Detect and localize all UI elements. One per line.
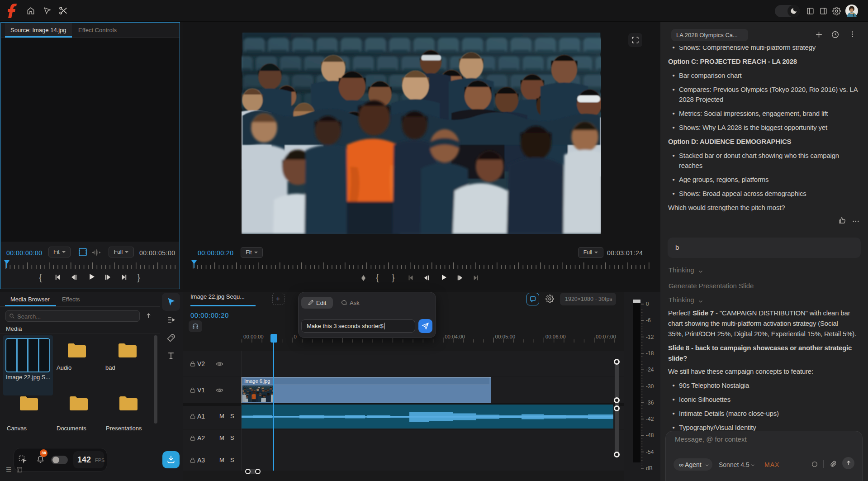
svg-text:-42: -42 bbox=[646, 416, 654, 422]
svg-text:00:04:00: 00:04:00 bbox=[445, 334, 465, 339]
svg-text:-18: -18 bbox=[646, 350, 654, 357]
svg-text:dB: dB bbox=[646, 465, 653, 471]
svg-text:-36: -36 bbox=[646, 400, 654, 406]
svg-text:00:05:00: 00:05:00 bbox=[495, 334, 516, 339]
svg-text:00:00:00: 00:00:00 bbox=[243, 334, 264, 339]
svg-text:00:06:00: 00:06:00 bbox=[545, 334, 566, 339]
svg-text:0: 0 bbox=[294, 334, 297, 339]
svg-text:-30: -30 bbox=[646, 383, 654, 390]
svg-text:00:07:00: 00:07:00 bbox=[596, 334, 616, 339]
svg-text:-24: -24 bbox=[646, 367, 654, 373]
svg-text:-54: -54 bbox=[646, 449, 654, 455]
svg-text:0: 0 bbox=[646, 301, 649, 307]
svg-text:-48: -48 bbox=[646, 432, 654, 438]
svg-text:-6: -6 bbox=[646, 317, 651, 324]
svg-text:-12: -12 bbox=[646, 334, 654, 340]
